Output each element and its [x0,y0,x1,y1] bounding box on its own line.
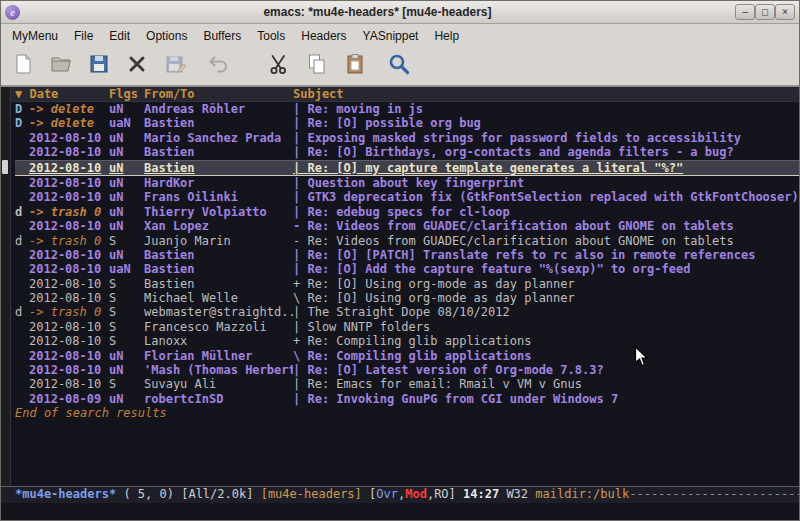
message-row[interactable]: 2012-08-10SLanoxx+ Re: Compiling glib ap… [15,334,799,348]
from-cell: webmaster@straightd... [144,305,293,319]
message-row[interactable]: d-> trash 0uNThierry Volpiatto| Re: edeb… [15,205,799,219]
date-cell: 2012-08-10 [29,131,109,145]
message-row[interactable]: 2012-08-10SSuvayu Ali| Re: Emacs for ema… [15,377,799,391]
flags-cell: uN [109,248,144,262]
mark-cell [15,392,29,406]
message-row[interactable]: 2012-08-10uNHardKor| Question about key … [15,176,799,190]
message-row[interactable]: 2012-08-10uNBastien| Re: [O] [PATCH] Tra… [15,248,799,262]
from-cell: Bastien [144,262,293,276]
date-cell: -> delete [29,116,109,130]
flags-cell: S [109,234,144,248]
from-cell: Mario Sanchez Prada [144,131,293,145]
maximize-button[interactable]: □ [755,4,775,20]
message-row[interactable]: d-> trash 0Swebmaster@straightd...| The … [15,305,799,319]
search-button[interactable] [385,52,413,80]
save-button[interactable] [85,52,113,80]
menu-edit[interactable]: Edit [101,26,138,46]
from-cell: Suvayu Ali [144,377,293,391]
menu-help[interactable]: Help [426,26,467,46]
message-row[interactable]: 2012-08-10uaNBastien| Re: [O] Add the ca… [15,262,799,276]
message-row[interactable]: D-> deleteuaNBastien| Re: [O] possible o… [15,116,799,130]
kill-buffer-button[interactable] [123,52,151,80]
title-bar[interactable]: e emacs: *mu4e-headers* [mu4e-headers] –… [1,1,799,24]
from-cell: Bastien [144,161,293,175]
mark-cell [15,334,29,348]
mark-cell [15,291,29,305]
flags-cell: S [109,291,144,305]
date-cell: 2012-08-10 [29,334,109,348]
subject-cell: | The Straight Dope 08/10/2012 [293,305,799,319]
message-row[interactable]: d-> trash 0SJuanjo Marin- Re: Videos fro… [15,234,799,248]
headers-buffer: ▼ Date Flgs From/To Subject D-> deleteuN… [11,87,799,486]
message-row[interactable]: 2012-08-10uN'Mash (Thomas Herbert)| Re: … [15,363,799,377]
message-row[interactable]: 2012-08-10uNFlorian Müllner\ Re: Compili… [15,349,799,363]
menu-file[interactable]: File [66,26,101,46]
menu-buffers[interactable]: Buffers [195,26,249,46]
flags-cell: uN [109,145,144,159]
flags-cell: uaN [109,116,144,130]
mark-cell [15,320,29,334]
menu-headers[interactable]: Headers [293,26,354,46]
subject-cell: | Re: moving in js [293,102,799,116]
message-row[interactable]: 2012-08-10uNBastien| Re: [O] Birthdays, … [15,145,799,159]
subject-cell: | Re: Invoking GnuPG from CGI under Wind… [293,392,799,406]
date-cell: 2012-08-10 [29,291,109,305]
column-from[interactable]: From/To [144,87,293,101]
window-controls: –□× [735,4,795,20]
message-row[interactable]: 2012-08-10SFrancesco Mazzoli| Slow NNTP … [15,320,799,334]
message-row[interactable]: D-> deleteuNAndreas Röhler| Re: moving i… [15,102,799,116]
subject-cell: \ Re: Compiling glib applications [293,349,799,363]
modeline-segment: maildir:/bulk [535,487,629,501]
end-of-results: End of search results [15,406,799,420]
message-row[interactable]: 2012-08-10uNBastien| Re: [O] my capture … [15,160,799,176]
subject-cell: | Re: [O] my capture template generates … [293,161,799,175]
from-cell: Xan Lopez [144,219,293,233]
message-row[interactable]: 2012-08-10SMichael Welle\ Re: [O] Using … [15,291,799,305]
new-file-icon [11,52,35,80]
mark-cell [15,277,29,291]
flags-cell: S [109,334,144,348]
copy-button[interactable] [303,52,331,80]
sort-column-date[interactable]: ▼ Date [15,87,109,101]
flags-cell: uN [109,349,144,363]
scrollbar-thumb[interactable] [2,160,8,174]
from-cell: robertcInSD [144,392,293,406]
from-cell: Florian Müllner [144,349,293,363]
message-row[interactable]: 2012-08-10SBastien+ Re: [O] Using org-mo… [15,277,799,291]
date-cell: 2012-08-10 [29,349,109,363]
column-flags[interactable]: Flgs [109,87,144,101]
message-row[interactable]: 2012-08-10uNMario Sanchez Prada| Exposin… [15,131,799,145]
menu-options[interactable]: Options [138,26,195,46]
subject-cell: | Re: Emacs for email: Rmail v VM v Gnus [293,377,799,391]
menu-bar: MyMenuFileEditOptionsBuffersToolsHeaders… [1,24,799,47]
minimize-button[interactable]: – [735,4,755,20]
cut-button[interactable] [265,52,293,80]
mark-cell [15,161,29,175]
subject-cell: - Re: Videos from GUADEC/clarification a… [293,219,799,233]
date-cell: 2012-08-10 [29,176,109,190]
subject-cell: | GTK3 deprecation fix (GtkFontSelection… [293,190,799,204]
menu-tools[interactable]: Tools [249,26,293,46]
message-row[interactable]: 2012-08-10uNXan Lopez- Re: Videos from G… [15,219,799,233]
column-subject[interactable]: Subject [293,87,799,101]
subject-cell: | Exposing masked strings for password f… [293,131,799,145]
date-cell: 2012-08-10 [29,248,109,262]
save-icon [87,52,111,80]
subject-cell: | Re: [O] Latest version of Org-mode 7.8… [293,363,799,377]
menu-yasnippet[interactable]: YASnippet [355,26,427,46]
open-file-button[interactable] [47,52,75,80]
menu-mymenu[interactable]: MyMenu [4,26,66,46]
mark-cell [15,349,29,363]
scrollbar-track[interactable] [1,87,11,486]
date-cell: 2012-08-10 [29,320,109,334]
paste-button[interactable] [341,52,369,80]
message-row[interactable]: 2012-08-09uNrobertcInSD| Re: Invoking Gn… [15,392,799,406]
new-file-button[interactable] [9,52,37,80]
mark-cell [15,248,29,262]
close-button[interactable]: × [775,4,795,20]
date-cell: 2012-08-10 [29,262,109,276]
copy-icon [305,52,329,80]
message-row[interactable]: 2012-08-10uNFrans Oilinki| GTK3 deprecat… [15,190,799,204]
window-title: emacs: *mu4e-headers* [mu4e-headers] [24,5,731,19]
subject-cell: + Re: [O] Using org-mode as day planner [293,277,799,291]
